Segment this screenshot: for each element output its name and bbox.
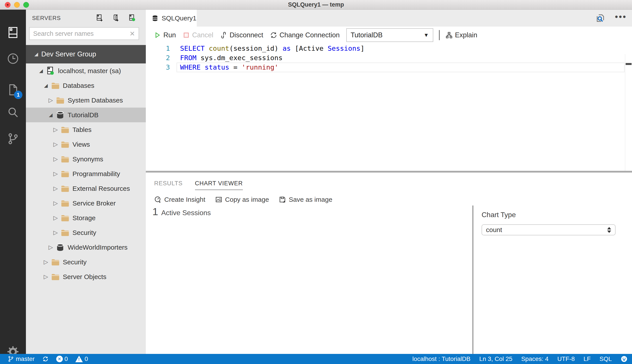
- close-window-button[interactable]: [5, 2, 10, 8]
- status-connection[interactable]: localhost : TutorialDB: [412, 356, 470, 362]
- twistie-collapsed-icon[interactable]: ▷: [52, 156, 59, 162]
- feedback-smiley-icon[interactable]: [620, 356, 628, 362]
- tree-item-service-broker[interactable]: ▷Service Broker: [26, 196, 146, 210]
- insight-icon: [154, 196, 164, 203]
- tree-item-label: WideWorldImporters: [68, 244, 128, 251]
- activity-item-servers[interactable]: [0, 22, 26, 43]
- sync-button[interactable]: [42, 356, 49, 362]
- warnings-indicator[interactable]: 0: [75, 356, 88, 362]
- twistie-collapsed-icon[interactable]: ▷: [52, 185, 59, 192]
- folder-icon: [60, 140, 70, 149]
- select-stepper-icon: [607, 227, 611, 233]
- panel-splitter[interactable]: [146, 171, 632, 172]
- errors-indicator[interactable]: ✕ 0: [56, 356, 68, 362]
- tree-item-label: Databases: [63, 82, 94, 89]
- twistie-collapsed-icon[interactable]: ▷: [52, 200, 59, 206]
- twistie-expanded-icon[interactable]: ◢: [37, 68, 45, 74]
- twistie-collapsed-icon[interactable]: ▷: [52, 170, 59, 177]
- activity-item-source-control[interactable]: [0, 128, 26, 149]
- status-language-mode[interactable]: SQL: [600, 356, 612, 362]
- minimize-window-button[interactable]: [14, 2, 20, 8]
- status-cursor-position[interactable]: Ln 3, Col 25: [479, 356, 512, 362]
- open-editors-badge: 1: [14, 91, 22, 99]
- tree-item-views[interactable]: ▷Views: [26, 137, 146, 152]
- line-number: 3: [146, 62, 170, 72]
- line-number: 1: [146, 44, 170, 53]
- create-insight-button[interactable]: Create Insight: [154, 196, 205, 203]
- tree-item-tutorialdb[interactable]: ◢TutorialDB: [26, 108, 146, 122]
- status-indentation[interactable]: Spaces: 4: [521, 356, 548, 362]
- tree-item-programmability[interactable]: ▷Programmability: [26, 166, 146, 181]
- code-editor[interactable]: 1SELECT count(session_id) as [Active Ses…: [146, 44, 632, 181]
- copy-as-image-button[interactable]: Copy as image: [215, 196, 269, 203]
- tree-item-server-objects[interactable]: ▷Server Objects: [26, 270, 146, 284]
- tree-item-system-databases[interactable]: ▷System Databases: [26, 93, 146, 108]
- status-encoding[interactable]: UTF-8: [557, 356, 575, 362]
- tree-item-localhost-master-sa[interactable]: ◢localhost, master (sa): [26, 64, 146, 78]
- active-connections-button[interactable]: [128, 14, 136, 22]
- chart-type-select[interactable]: count: [482, 224, 616, 235]
- tree-item-security[interactable]: ▷Security: [26, 255, 146, 270]
- cancel-button[interactable]: Cancel: [182, 31, 214, 39]
- tree-item-dev-server-group[interactable]: ◢Dev Server Group: [26, 45, 146, 64]
- zoom-window-button[interactable]: [23, 2, 29, 8]
- twistie-collapsed-icon[interactable]: ▷: [52, 214, 59, 221]
- twistie-collapsed-icon[interactable]: ▷: [52, 141, 59, 148]
- tab-label: SQLQuery1: [162, 14, 196, 22]
- tab-sqlquery1[interactable]: SQLQuery1: [146, 10, 197, 26]
- code-line-1: 1SELECT count(session_id) as [Active Ses…: [146, 44, 632, 53]
- tree-item-tables[interactable]: ▷Tables: [26, 122, 146, 137]
- twistie-collapsed-icon[interactable]: ▷: [47, 97, 54, 104]
- chart-type-label: Chart Type: [482, 211, 516, 219]
- warning-icon: [75, 356, 83, 362]
- twistie-collapsed-icon[interactable]: ▷: [52, 126, 59, 133]
- tree-item-security[interactable]: ▷Security: [26, 225, 146, 240]
- twistie-expanded-icon[interactable]: ◢: [42, 83, 50, 88]
- status-eol[interactable]: LF: [584, 356, 591, 362]
- tree-item-databases[interactable]: ◢Databases: [26, 78, 146, 93]
- tree-item-storage[interactable]: ▷Storage: [26, 210, 146, 225]
- change-connection-button[interactable]: Change Connection: [270, 31, 340, 39]
- folder-icon: [50, 257, 60, 267]
- new-server-group-button[interactable]: [112, 14, 120, 22]
- action-label: Save as image: [289, 196, 332, 203]
- twistie-collapsed-icon[interactable]: ▷: [47, 244, 54, 251]
- new-connection-button[interactable]: [95, 14, 104, 22]
- action-label: Create Insight: [164, 196, 205, 203]
- disconnect-button[interactable]: Disconnect: [220, 31, 263, 39]
- search-input[interactable]: [30, 30, 130, 37]
- panel-tab-results[interactable]: RESULTS: [154, 180, 183, 190]
- twistie-expanded-icon[interactable]: ◢: [32, 51, 40, 57]
- twistie-expanded-icon[interactable]: ◢: [47, 112, 54, 118]
- activity-item-search[interactable]: [0, 102, 26, 123]
- tree-item-wideworldimporters[interactable]: ▷WideWorldImporters: [26, 240, 146, 255]
- tree-item-synonyms[interactable]: ▷Synonyms: [26, 152, 146, 166]
- code-line-2: 2FROM sys.dm_exec_sessions: [146, 53, 632, 62]
- database-dropdown[interactable]: TutorialDB ▼: [346, 28, 433, 42]
- activity-item-open-editors[interactable]: 1: [0, 79, 26, 100]
- line-number: 2: [146, 53, 170, 62]
- git-branch-indicator[interactable]: master: [8, 356, 35, 362]
- tree-item-label: Security: [72, 229, 96, 236]
- twistie-collapsed-icon[interactable]: ▷: [42, 273, 50, 280]
- explain-button[interactable]: Explain: [445, 31, 478, 39]
- tree-item-external-resources[interactable]: ▷External Resources: [26, 181, 146, 196]
- chart-options-pane: Chart Type count: [472, 206, 632, 354]
- run-button[interactable]: Run: [154, 31, 176, 39]
- error-icon: ✕: [56, 356, 63, 362]
- open-file-search-icon[interactable]: [596, 14, 605, 23]
- save-as-image-button[interactable]: Save as image: [279, 196, 332, 203]
- twistie-collapsed-icon[interactable]: ▷: [42, 258, 50, 266]
- twistie-collapsed-icon[interactable]: ▷: [52, 229, 59, 236]
- activity-item-task-history[interactable]: [0, 48, 26, 69]
- disconnect-icon: [220, 32, 230, 39]
- activity-bar: 1: [0, 10, 26, 354]
- panel-tab-chart-viewer[interactable]: CHART VIEWER: [195, 180, 243, 190]
- run-icon: [154, 32, 164, 39]
- server-icon: [6, 26, 19, 39]
- tree-item-label: Storage: [72, 214, 96, 222]
- more-actions-icon[interactable]: •••: [615, 14, 627, 22]
- tree-item-label: TutorialDB: [68, 111, 98, 119]
- clear-search-icon[interactable]: ✕: [130, 30, 138, 38]
- code-line-3: 3WHERE status = 'running': [146, 62, 632, 72]
